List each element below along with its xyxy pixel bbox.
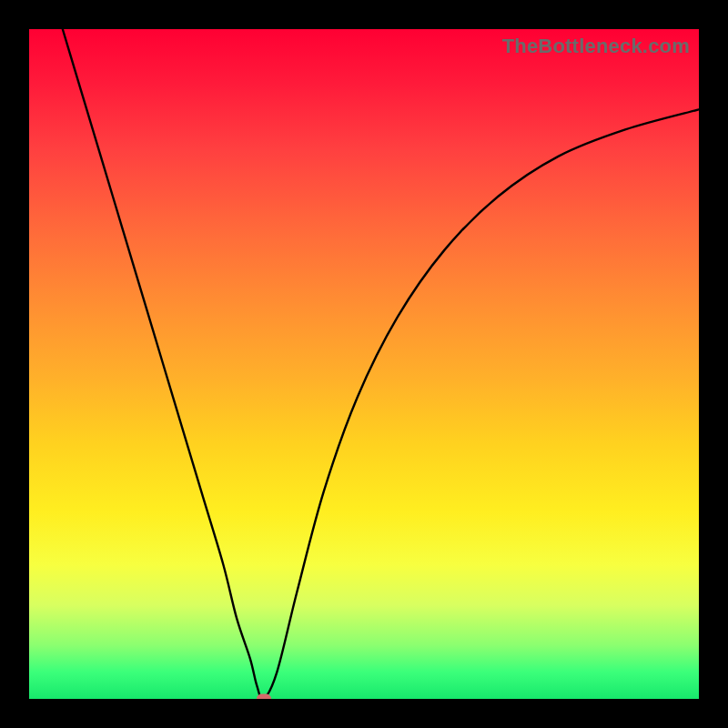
bottleneck-curve-path	[63, 29, 699, 699]
plot-area: TheBottleneck.com	[29, 29, 699, 699]
chart-frame: TheBottleneck.com	[0, 0, 728, 728]
optimum-marker	[257, 694, 271, 700]
curve-svg	[29, 29, 699, 699]
watermark: TheBottleneck.com	[502, 35, 690, 58]
